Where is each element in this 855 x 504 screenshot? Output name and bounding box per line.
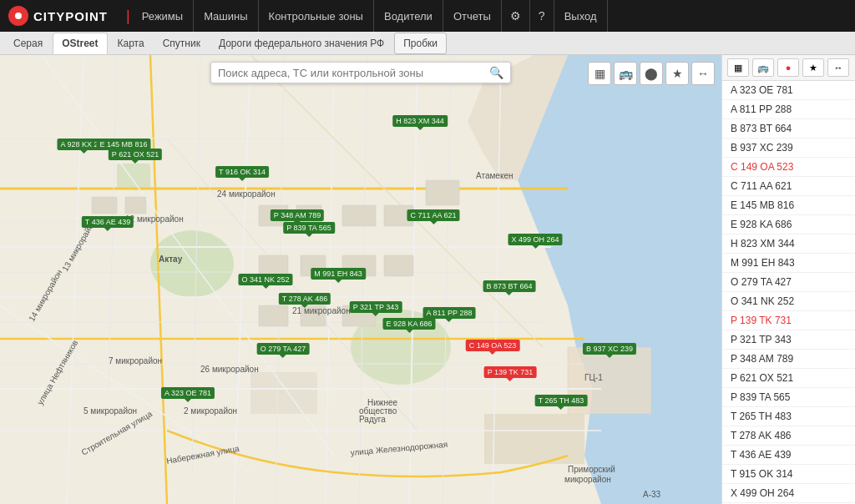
- map-marker-m21[interactable]: T 436 AE 439: [82, 216, 134, 228]
- svg-text:5 микрорайон: 5 микрорайон: [83, 406, 137, 416]
- vehicle-list-item[interactable]: P 621 OX 521: [722, 369, 855, 388]
- svg-text:26 микрорайон: 26 микрорайон: [200, 365, 259, 374]
- vehicle-list-item[interactable]: T 278 AK 486: [722, 426, 855, 446]
- sidebar-arrows-tool[interactable]: ↔: [827, 58, 849, 77]
- map-marker-m9[interactable]: E 928 KA 686: [382, 318, 435, 330]
- vehicle-list-item[interactable]: P 321 TP 343: [722, 330, 855, 350]
- map-marker-m22[interactable]: T 916 OK 314: [215, 166, 269, 178]
- svg-text:микрорайон: микрорайон: [564, 475, 611, 484]
- help-button[interactable]: ?: [530, 0, 554, 32]
- vehicle-list: A 323 OE 781A 811 PP 288B 873 BT 664B 93…: [722, 81, 855, 504]
- tab-satellite[interactable]: Спутник: [154, 33, 209, 54]
- star-tool-button[interactable]: ★: [665, 62, 689, 85]
- svg-rect-45: [384, 255, 413, 276]
- header: CITYPOINT | Режимы Машины Контрольные зо…: [0, 0, 855, 32]
- vehicle-list-item[interactable]: E 928 KA 686: [722, 215, 855, 234]
- nav-drivers[interactable]: Водители: [374, 0, 443, 32]
- vehicle-list-item[interactable]: T 265 TH 483: [722, 407, 855, 426]
- vehicle-list-item[interactable]: H 823 XM 344: [722, 234, 855, 254]
- svg-text:А-33: А-33: [643, 490, 661, 499]
- chart-tool-button[interactable]: ▦: [588, 62, 611, 85]
- map-marker-m23[interactable]: X 499 OH 264: [508, 234, 562, 245]
- svg-rect-41: [426, 180, 459, 205]
- tabbar: Серая OStreet Карта Спутник Дороги федер…: [0, 32, 855, 55]
- vehicle-list-item[interactable]: P 139 TK 731: [722, 311, 855, 330]
- nav-separator: |: [126, 8, 130, 25]
- logout-button[interactable]: Выход: [554, 0, 608, 32]
- svg-text:Приморский: Приморский: [568, 465, 615, 474]
- svg-text:Актау: Актау: [159, 255, 183, 264]
- svg-text:Атамекен: Атамекен: [476, 171, 514, 180]
- nav-zones[interactable]: Контрольные зоны: [259, 0, 374, 32]
- arrow-tool-button[interactable]: ↔: [691, 62, 715, 85]
- vehicle-list-item[interactable]: B 873 BT 664: [722, 119, 855, 139]
- svg-text:7 микрорайон: 7 микрорайон: [109, 356, 162, 365]
- nav-modes[interactable]: Режимы: [132, 0, 194, 32]
- vehicle-list-item[interactable]: A 323 OE 781: [722, 81, 855, 100]
- sidebar-grid-tool[interactable]: ▦: [727, 58, 749, 77]
- search-icon[interactable]: 🔍: [489, 66, 503, 79]
- alert-tool-button[interactable]: ⬤: [640, 62, 663, 85]
- vehicle-list-item[interactable]: T 436 AE 439: [722, 446, 855, 465]
- map-marker-m17[interactable]: P 621 OX 521: [109, 149, 162, 160]
- map-marker-m19[interactable]: T 265 TH 483: [535, 395, 588, 406]
- vehicle-list-item[interactable]: X 499 OH 264: [722, 484, 855, 503]
- map-marker-m4[interactable]: B 873 BT 664: [483, 280, 536, 292]
- map-marker-m15[interactable]: P 321 TP 343: [350, 301, 402, 313]
- sidebar-toolbar: ▦ 🚌 ● ★ ↔: [722, 55, 855, 81]
- vehicle-list-item[interactable]: B 937 XC 239: [722, 139, 855, 158]
- tab-ostreet[interactable]: OStreet: [53, 33, 107, 54]
- vehicle-list-item[interactable]: O 341 NK 252: [722, 292, 855, 311]
- sidebar-bus-tool[interactable]: 🚌: [752, 58, 774, 77]
- svg-text:24 микрорайон: 24 микрорайон: [217, 189, 276, 199]
- vehicle-list-item[interactable]: P 839 TA 565: [722, 388, 855, 407]
- logo-icon: [8, 6, 28, 26]
- map-marker-m10[interactable]: H 823 XM 344: [392, 115, 448, 127]
- map-marker-m6[interactable]: C 149 OA 523: [466, 340, 520, 351]
- svg-rect-36: [125, 197, 146, 214]
- tab-roads[interactable]: Дороги федерального значения РФ: [210, 33, 392, 54]
- vehicle-list-item[interactable]: A 811 PP 288: [722, 100, 855, 119]
- vehicle-list-item[interactable]: C 711 AA 621: [722, 177, 855, 196]
- map-container[interactable]: Актау Атамекен 14 микрорайон 13 микрорай…: [0, 55, 721, 504]
- tab-map[interactable]: Карта: [109, 33, 153, 54]
- svg-rect-46: [259, 305, 288, 326]
- svg-point-3: [150, 230, 234, 297]
- tab-grey[interactable]: Серая: [5, 33, 51, 54]
- sidebar-dot-tool[interactable]: ●: [777, 58, 799, 77]
- vehicle-list-item[interactable]: P 348 AM 789: [722, 350, 855, 369]
- vehicle-list-item[interactable]: C 149 OA 523: [722, 158, 855, 177]
- map-marker-m5[interactable]: B 937 XC 239: [583, 343, 636, 355]
- map-marker-m7[interactable]: C 711 AA 621: [407, 209, 459, 221]
- map-marker-m20[interactable]: T 278 AK 486: [279, 293, 331, 305]
- nav-vehicles[interactable]: Машины: [194, 0, 258, 32]
- map-marker-m18[interactable]: P 839 TA 565: [283, 222, 335, 234]
- sidebar: ▦ 🚌 ● ★ ↔ A 323 OE 781A 811 PP 288B 873 …: [721, 55, 855, 504]
- svg-rect-6: [250, 372, 317, 414]
- svg-text:2 микрорайон: 2 микрорайон: [184, 406, 237, 416]
- svg-text:Радуга: Радуга: [359, 415, 386, 424]
- map-marker-m12[interactable]: O 279 TA 427: [257, 343, 310, 355]
- tab-traffic[interactable]: Пробки: [394, 33, 447, 54]
- svg-rect-8: [484, 414, 584, 464]
- vehicle-list-item[interactable]: E 145 MB 816: [722, 196, 855, 215]
- map-marker-m1[interactable]: A 323 OE 781: [161, 387, 215, 399]
- map-marker-m2[interactable]: A 811 PP 288: [423, 307, 476, 319]
- search-input[interactable]: [218, 67, 489, 79]
- search-bar: 🔍: [210, 62, 511, 83]
- vehicle-list-item[interactable]: T 915 OK 314: [722, 465, 855, 484]
- map-marker-m11[interactable]: M 991 EH 843: [311, 268, 366, 280]
- main-content: Актау Атамекен 14 микрорайон 13 микрорай…: [0, 55, 855, 504]
- map-marker-m14[interactable]: P 139 TK 731: [484, 366, 537, 378]
- map-background: Актау Атамекен 14 микрорайон 13 микрорай…: [0, 55, 721, 504]
- svg-rect-35: [92, 197, 117, 214]
- svg-rect-39: [342, 205, 376, 226]
- vehicle-list-item[interactable]: O 279 TA 427: [722, 273, 855, 292]
- map-marker-m13[interactable]: O 341 NK 252: [238, 274, 292, 285]
- vehicle-list-item[interactable]: M 991 EH 843: [722, 254, 855, 273]
- nav-reports[interactable]: Отчеты: [443, 0, 502, 32]
- sidebar-star-tool[interactable]: ★: [802, 58, 824, 77]
- settings-button[interactable]: ⚙: [502, 0, 530, 32]
- map-marker-m16[interactable]: P 348 AM 789: [271, 209, 324, 221]
- vehicle-tool-button[interactable]: 🚌: [614, 62, 637, 85]
